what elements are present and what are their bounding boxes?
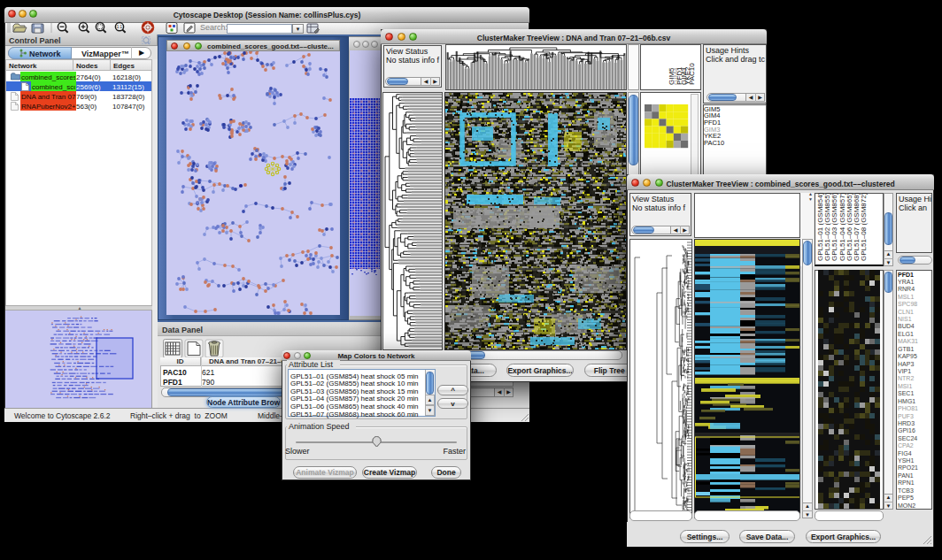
- svg-text:Search:: Search:: [200, 23, 228, 32]
- svg-text:1:1: 1:1: [117, 25, 123, 29]
